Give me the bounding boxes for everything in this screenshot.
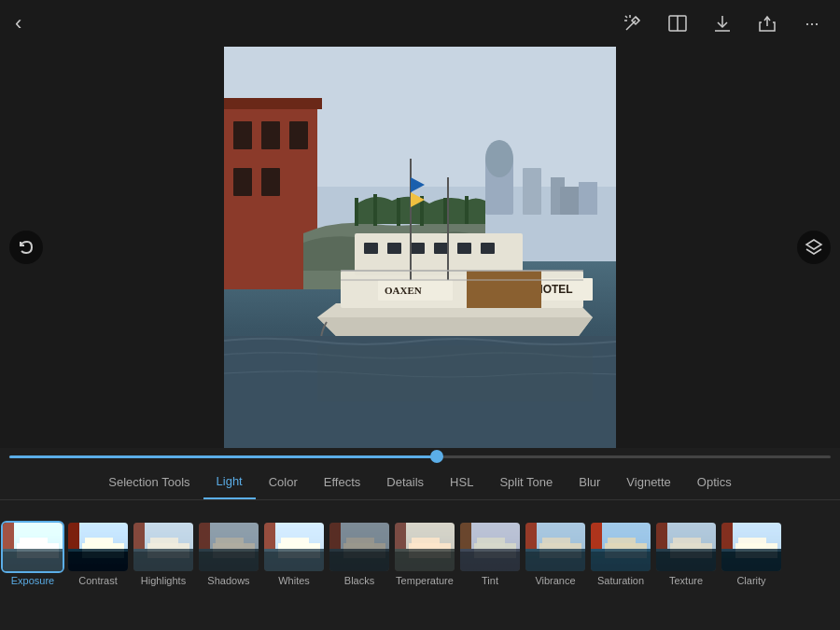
svg-rect-24 bbox=[224, 98, 322, 109]
svg-rect-58 bbox=[85, 538, 113, 547]
adj-item-clarity[interactable]: Clarity bbox=[719, 500, 784, 592]
download-icon[interactable] bbox=[709, 10, 735, 36]
svg-rect-79 bbox=[329, 549, 389, 571]
svg-rect-63 bbox=[150, 538, 178, 547]
main-image: OAXEN HOTEL bbox=[224, 47, 616, 448]
bottom-controls: Selection ToolsLightColorEffectsDetailsH… bbox=[0, 448, 840, 630]
svg-rect-61 bbox=[133, 523, 145, 549]
tab-optics[interactable]: Optics bbox=[684, 465, 745, 499]
share-icon[interactable] bbox=[754, 10, 780, 36]
adj-thumb-contrast bbox=[68, 523, 128, 571]
svg-point-13 bbox=[485, 140, 513, 177]
adj-item-vibrance[interactable]: Vibrance bbox=[523, 500, 588, 592]
adj-thumb-exposure bbox=[3, 523, 63, 571]
svg-rect-66 bbox=[199, 523, 210, 549]
svg-rect-26 bbox=[373, 194, 377, 226]
adj-label-highlights: Highlights bbox=[141, 575, 186, 586]
svg-rect-91 bbox=[525, 523, 537, 549]
adj-item-shadows[interactable]: Shadows bbox=[196, 500, 261, 592]
tab-vignette[interactable]: Vignette bbox=[613, 465, 683, 499]
svg-rect-98 bbox=[608, 538, 636, 547]
adj-item-texture[interactable]: Texture bbox=[653, 500, 719, 592]
svg-rect-96 bbox=[591, 523, 602, 549]
adj-label-contrast: Contrast bbox=[78, 575, 118, 586]
svg-rect-69 bbox=[199, 549, 259, 571]
svg-rect-103 bbox=[673, 538, 701, 547]
top-toolbar: ‹ bbox=[0, 0, 840, 47]
adj-thumb-whites bbox=[264, 523, 324, 571]
svg-line-4 bbox=[625, 16, 627, 18]
tab-color[interactable]: Color bbox=[256, 465, 311, 499]
adj-thumb-tint bbox=[460, 523, 520, 571]
progress-thumb[interactable] bbox=[430, 450, 443, 463]
svg-rect-37 bbox=[457, 243, 471, 254]
adj-label-tint: Tint bbox=[482, 575, 498, 586]
adj-label-saturation: Saturation bbox=[597, 575, 644, 586]
adj-label-vibrance: Vibrance bbox=[535, 575, 575, 586]
svg-rect-23 bbox=[289, 121, 308, 149]
svg-rect-38 bbox=[481, 243, 495, 254]
svg-rect-76 bbox=[329, 523, 341, 549]
tab-details[interactable]: Details bbox=[373, 465, 437, 499]
adj-label-blacks: Blacks bbox=[344, 575, 374, 586]
tab-effects[interactable]: Effects bbox=[311, 465, 374, 499]
svg-rect-22 bbox=[261, 168, 280, 196]
svg-rect-25 bbox=[355, 198, 358, 226]
svg-rect-20 bbox=[261, 121, 280, 149]
svg-rect-74 bbox=[264, 549, 324, 571]
adj-label-temperature: Temperature bbox=[396, 575, 454, 586]
tab-selection-tools[interactable]: Selection Tools bbox=[95, 465, 203, 499]
tab-blur[interactable]: Blur bbox=[566, 465, 613, 499]
svg-rect-64 bbox=[133, 549, 193, 571]
adj-item-highlights[interactable]: Highlights bbox=[131, 500, 196, 592]
svg-rect-73 bbox=[281, 538, 309, 547]
svg-rect-32 bbox=[355, 233, 523, 275]
adj-item-whites[interactable]: Whites bbox=[261, 500, 327, 592]
tab-light[interactable]: Light bbox=[203, 465, 256, 499]
adj-thumb-shadows bbox=[199, 523, 259, 571]
svg-rect-27 bbox=[397, 198, 400, 226]
svg-rect-106 bbox=[721, 523, 733, 549]
svg-rect-86 bbox=[460, 523, 471, 549]
svg-rect-34 bbox=[387, 243, 401, 254]
svg-rect-36 bbox=[434, 243, 448, 254]
svg-rect-94 bbox=[525, 549, 585, 571]
adj-thumb-highlights bbox=[133, 523, 193, 571]
svg-rect-51 bbox=[3, 523, 14, 549]
layers-button[interactable] bbox=[797, 231, 831, 264]
adj-thumb-temperature bbox=[395, 523, 455, 571]
svg-rect-29 bbox=[443, 198, 447, 224]
magic-wand-icon[interactable] bbox=[620, 10, 646, 36]
scrubber-bar[interactable] bbox=[0, 448, 840, 465]
svg-rect-99 bbox=[591, 549, 651, 571]
svg-rect-17 bbox=[579, 182, 597, 215]
adj-item-tint[interactable]: Tint bbox=[457, 500, 523, 592]
progress-fill bbox=[9, 455, 437, 458]
tab-hsl[interactable]: HSL bbox=[437, 465, 486, 499]
svg-rect-59 bbox=[68, 549, 128, 571]
svg-rect-108 bbox=[738, 538, 766, 547]
svg-rect-56 bbox=[68, 523, 79, 549]
svg-rect-30 bbox=[465, 196, 469, 224]
adj-item-saturation[interactable]: Saturation bbox=[588, 500, 653, 592]
more-options-icon[interactable]: ··· bbox=[799, 10, 825, 36]
svg-rect-89 bbox=[460, 549, 520, 571]
tab-split-tone[interactable]: Split Tone bbox=[486, 465, 566, 499]
adj-thumb-saturation bbox=[591, 523, 651, 571]
progress-track[interactable] bbox=[9, 455, 831, 458]
compare-icon[interactable] bbox=[665, 10, 691, 36]
adj-thumb-vibrance bbox=[525, 523, 585, 571]
image-canvas: OAXEN HOTEL bbox=[0, 47, 840, 448]
svg-rect-53 bbox=[20, 538, 48, 547]
svg-rect-78 bbox=[346, 538, 374, 547]
adj-item-exposure[interactable]: Exposure bbox=[0, 500, 65, 592]
svg-rect-104 bbox=[656, 549, 716, 571]
svg-rect-101 bbox=[656, 523, 667, 549]
adj-item-contrast[interactable]: Contrast bbox=[65, 500, 131, 592]
back-button[interactable]: ‹ bbox=[15, 11, 21, 35]
adj-item-blacks[interactable]: Blacks bbox=[327, 500, 392, 592]
undo-button[interactable] bbox=[9, 231, 43, 264]
adj-item-temperature[interactable]: Temperature bbox=[392, 500, 457, 592]
adjustment-items: Exposure Contrast Highlights Shadows Whi… bbox=[0, 500, 840, 592]
svg-rect-54 bbox=[3, 549, 63, 571]
